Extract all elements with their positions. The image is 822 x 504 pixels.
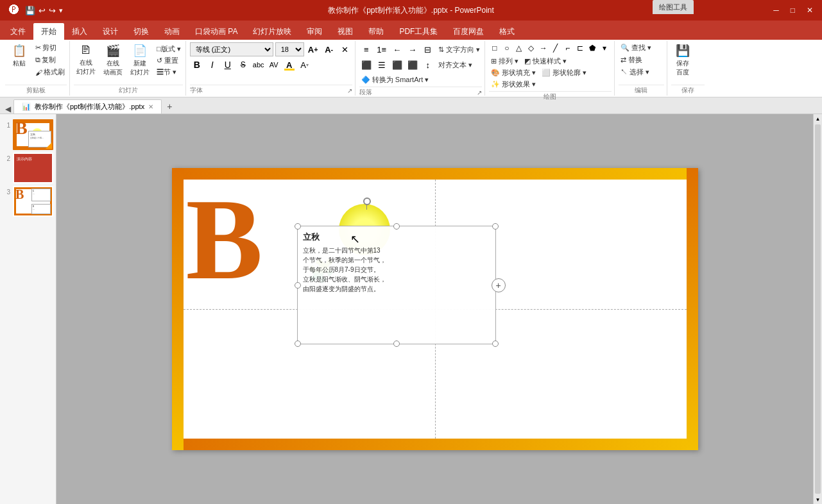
align-text-btn[interactable]: 对齐文本 ▾ bbox=[436, 60, 474, 71]
shape-bracket[interactable]: ⊏ bbox=[574, 42, 586, 54]
font-family-select[interactable]: 等线 (正文) bbox=[190, 42, 273, 56]
minimize-btn[interactable]: ─ bbox=[769, 6, 783, 15]
numbering-btn[interactable]: 1≡ bbox=[375, 42, 389, 56]
bold-button[interactable]: B bbox=[190, 58, 204, 72]
tab-review[interactable]: 审阅 bbox=[299, 23, 330, 40]
tab-insert[interactable]: 插入 bbox=[64, 23, 95, 40]
shape-line[interactable]: ╱ bbox=[550, 42, 561, 54]
slide-item-1[interactable]: 1 B 立秋立秋是二十四... bbox=[3, 119, 53, 150]
redo-icon[interactable]: ↪ bbox=[49, 6, 56, 15]
replace-btn[interactable]: ⇄ 替换 bbox=[619, 55, 644, 65]
tab-baidu[interactable]: 百度网盘 bbox=[445, 23, 492, 40]
find-btn[interactable]: 🔍 查找 ▾ bbox=[619, 42, 653, 53]
scroll-down-btn[interactable]: ▼ bbox=[814, 495, 822, 504]
char-spacing-button[interactable]: AV bbox=[267, 58, 281, 72]
slide-item-2[interactable]: 2 演示内容 bbox=[3, 153, 53, 183]
text-direction-btn[interactable]: ⇅ 文字方向 ▾ bbox=[436, 44, 482, 55]
close-btn[interactable]: ✕ bbox=[803, 6, 817, 15]
bullets-btn[interactable]: ≡ bbox=[359, 42, 373, 56]
tab-pdf[interactable]: PDF工具集 bbox=[391, 23, 445, 40]
shadow-button[interactable]: abc bbox=[252, 58, 266, 72]
justify-btn[interactable]: ⬛ bbox=[406, 58, 420, 72]
clear-format-btn[interactable]: ✕ bbox=[338, 42, 352, 56]
maximize-btn[interactable]: □ bbox=[787, 6, 799, 15]
section-button[interactable]: ☰节 ▾ bbox=[155, 67, 183, 78]
underline-button[interactable]: U bbox=[221, 58, 235, 72]
para-expand-btn[interactable]: ↗ bbox=[477, 89, 482, 96]
tab-animations[interactable]: 动画 bbox=[157, 23, 187, 40]
quick-styles-btn[interactable]: ◩ 快速样式 ▾ bbox=[522, 56, 569, 67]
cut-button[interactable]: ✂ 剪切 bbox=[33, 42, 67, 53]
tab-transitions[interactable]: 切换 bbox=[126, 23, 157, 40]
strikethrough-button[interactable]: S bbox=[236, 58, 250, 72]
tab-view[interactable]: 视图 bbox=[330, 23, 361, 40]
font-increase-btn[interactable]: A+ bbox=[306, 42, 320, 56]
slide-item-3[interactable]: 3 B C... D... bbox=[3, 186, 53, 217]
new-slide-button[interactable]: 🖹 在线幻灯片 bbox=[74, 42, 98, 78]
highlight-btn[interactable]: A▾ bbox=[298, 58, 312, 72]
handle-top-right[interactable] bbox=[492, 223, 499, 230]
align-right-btn[interactable]: ⬛ bbox=[390, 58, 404, 72]
doc-tab-close-btn[interactable]: ✕ bbox=[148, 103, 153, 110]
outdent-btn[interactable]: ← bbox=[390, 42, 404, 56]
shape-circle[interactable]: ○ bbox=[501, 42, 513, 54]
save-percent-btn[interactable]: 💾 保存百度 bbox=[671, 42, 694, 78]
add-tab-btn[interactable]: + bbox=[162, 99, 177, 113]
shape-rect[interactable]: □ bbox=[489, 42, 501, 54]
shape-more[interactable]: ▾ bbox=[599, 42, 610, 54]
scroll-up-btn[interactable]: ▲ bbox=[814, 114, 822, 123]
text-box-selected[interactable]: + 立秋 立秋，是二十四节气中第13个节气，秋季的第一个节气，于每年公历8月7-… bbox=[297, 226, 496, 344]
copy-button[interactable]: ⧉ 复制 bbox=[33, 55, 67, 65]
shape-fill-btn[interactable]: 🎨 形状填充 ▾ bbox=[489, 67, 538, 78]
font-expand-btn[interactable]: ↗ bbox=[347, 87, 352, 94]
align-left-btn[interactable]: ⬛ bbox=[359, 58, 373, 72]
save-icon[interactable]: 💾 bbox=[25, 6, 35, 15]
handle-top-middle[interactable] bbox=[393, 223, 400, 230]
online-anim-button[interactable]: 🎬 在线动画页 bbox=[101, 42, 125, 78]
shape-diamond[interactable]: ◇ bbox=[526, 42, 537, 54]
paste-button[interactable]: 📋 粘贴 bbox=[5, 42, 33, 69]
shape-pentagon[interactable]: ⬟ bbox=[587, 42, 598, 54]
slide-thumb-3[interactable]: B C... D... bbox=[13, 186, 53, 217]
shape-bent[interactable]: ⌐ bbox=[562, 42, 574, 54]
shape-outline-btn[interactable]: ⬜ 形状轮廓 ▾ bbox=[540, 67, 588, 78]
slide-thumb-2[interactable]: 演示内容 bbox=[13, 153, 53, 183]
tab-home[interactable]: 开始 bbox=[33, 23, 64, 40]
handle-top-left[interactable] bbox=[295, 223, 301, 230]
tab-slideshow[interactable]: 幻灯片放映 bbox=[245, 23, 299, 40]
smartart-btn[interactable]: 🔷 转换为 SmartArt ▾ bbox=[359, 74, 431, 85]
tab-help[interactable]: 帮助 bbox=[361, 23, 391, 40]
arrange-btn[interactable]: ⊞ 排列 ▾ bbox=[489, 56, 520, 67]
tab-pocket-anim[interactable]: 口袋动画 PA bbox=[187, 23, 245, 40]
handle-bottom-right[interactable] bbox=[492, 340, 499, 347]
tab-file[interactable]: 文件 bbox=[3, 23, 33, 40]
layout-button[interactable]: □版式 ▾ bbox=[155, 44, 183, 55]
scroll-thumb[interactable] bbox=[815, 124, 821, 494]
format-painter-button[interactable]: 🖌 格式刷 bbox=[33, 67, 67, 78]
handle-bottom-middle[interactable] bbox=[393, 340, 400, 347]
shape-effect-btn[interactable]: ✨ 形状效果 ▾ bbox=[489, 79, 538, 90]
handle-bottom-left[interactable] bbox=[295, 340, 301, 347]
new-slide-btn2[interactable]: 📄 新建幻灯片 bbox=[128, 42, 152, 78]
right-scrollbar[interactable]: ▲ ▼ bbox=[813, 114, 822, 504]
handle-middle-left[interactable] bbox=[295, 282, 301, 289]
italic-button[interactable]: I bbox=[205, 58, 219, 72]
undo-icon[interactable]: ↩ bbox=[39, 6, 46, 15]
slide-thumb-1[interactable]: B 立秋立秋是二十四... bbox=[13, 119, 53, 150]
plus-button[interactable]: + bbox=[492, 278, 506, 292]
line-spacing-btn[interactable]: ↕ bbox=[421, 58, 435, 72]
shape-triangle[interactable]: △ bbox=[513, 42, 525, 54]
indent-btn[interactable]: → bbox=[406, 42, 420, 56]
font-size-select[interactable]: 18 bbox=[275, 42, 304, 56]
shape-arrow[interactable]: → bbox=[538, 42, 549, 54]
nav-back-icon[interactable]: ◀ bbox=[3, 105, 13, 113]
select-btn[interactable]: ↖ 选择 ▾ bbox=[619, 67, 651, 78]
customize-icon[interactable]: ▾ bbox=[59, 6, 63, 15]
align-center-btn[interactable]: ☰ bbox=[375, 58, 389, 72]
font-decrease-btn[interactable]: A- bbox=[322, 42, 336, 56]
rotate-handle[interactable] bbox=[363, 197, 371, 205]
tab-format[interactable]: 格式 bbox=[492, 23, 522, 40]
reset-button[interactable]: ↺ 重置 bbox=[155, 55, 183, 66]
font-color-btn[interactable]: A bbox=[282, 58, 296, 72]
tab-design[interactable]: 设计 bbox=[95, 23, 126, 40]
